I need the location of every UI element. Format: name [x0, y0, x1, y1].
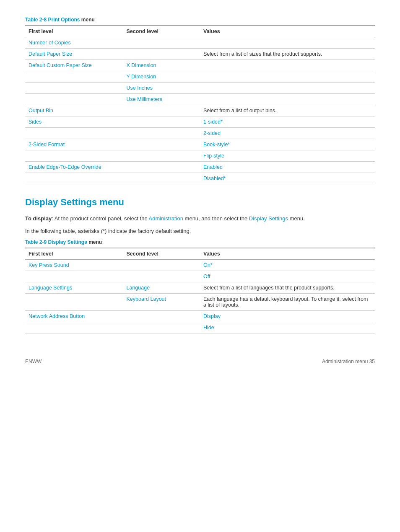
intro-paragraph-1: To display: At the product control panel…: [25, 214, 375, 223]
table-row: Hide: [25, 322, 375, 333]
first-level-cell: Default Custom Paper Size: [25, 60, 123, 71]
display-settings-heading: Display Settings menu: [25, 197, 375, 208]
table-row: Disabled*: [25, 173, 375, 184]
table-row: Flip-style: [25, 150, 375, 162]
second-level-cell: Language: [123, 282, 200, 294]
table-row: Use Millimeters: [25, 94, 375, 105]
intro1-middle: menu, and then select the: [183, 215, 249, 222]
values-cell: Select from a list of languages that the…: [200, 282, 375, 294]
values-cell: [200, 60, 375, 71]
first-level-cell: [25, 173, 123, 184]
second-level-cell: Use Inches: [123, 83, 200, 94]
table1-menu-word: menu: [81, 17, 95, 23]
first-level-cell: Sides: [25, 116, 123, 128]
table-row: Default Paper SizeSelect from a list of …: [25, 49, 375, 60]
values-cell: Off: [200, 271, 375, 282]
values-cell: Flip-style: [200, 150, 375, 162]
second-level-cell: [123, 311, 200, 322]
col-header-values: Values: [200, 26, 375, 37]
footer-left: ENWW: [25, 359, 42, 364]
administration-link[interactable]: Administration: [149, 215, 183, 222]
first-level-cell: Enable Edge-To-Edge Override: [25, 162, 123, 173]
first-level-cell: [25, 322, 123, 333]
first-level-cell: Key Press Sound: [25, 260, 123, 271]
table-row: Off: [25, 271, 375, 282]
intro1-suffix: menu.: [288, 215, 305, 222]
second-level-cell: [123, 139, 200, 150]
values-cell: 1-sided*: [200, 116, 375, 128]
table-row: 2-sided: [25, 128, 375, 139]
second-level-cell: [123, 271, 200, 282]
first-level-cell: Language Settings: [25, 282, 123, 294]
second-level-cell: Y Dimension: [123, 71, 200, 83]
second-level-cell: [123, 162, 200, 173]
second-level-cell: Use Millimeters: [123, 94, 200, 105]
second-level-cell: [123, 150, 200, 162]
values-cell: 2-sided: [200, 128, 375, 139]
values-cell: [200, 71, 375, 83]
values-cell: Select from a list of sizes that the pro…: [200, 49, 375, 60]
second-level-cell: [123, 37, 200, 49]
display-settings-table: First level Second level Values Key Pres…: [25, 248, 375, 333]
print-options-table: First level Second level Values Number o…: [25, 25, 375, 184]
values-cell: Disabled*: [200, 173, 375, 184]
col2-header-second: Second level: [123, 248, 200, 260]
first-level-cell: Output Bin: [25, 105, 123, 116]
table-row: Output BinSelect from a list of output b…: [25, 105, 375, 116]
first-level-cell: Number of Copies: [25, 37, 123, 49]
table-row: Key Press SoundOn*: [25, 260, 375, 271]
col2-header-first: First level: [25, 248, 123, 260]
second-level-cell: X Dimension: [123, 60, 200, 71]
values-cell: Book-style*: [200, 139, 375, 150]
to-display-label: To display: [25, 215, 52, 222]
values-cell: Hide: [200, 322, 375, 333]
table-row: Network Address ButtonDisplay: [25, 311, 375, 322]
table2-menu-word: menu: [88, 239, 102, 245]
second-level-cell: [123, 173, 200, 184]
intro-paragraph-2: In the following table, asterisks (*) in…: [25, 227, 375, 235]
first-level-cell: [25, 128, 123, 139]
second-level-cell: [123, 105, 200, 116]
values-cell: Display: [200, 311, 375, 322]
second-level-cell: [123, 322, 200, 333]
table1-title: Table 2-8 Print Options menu: [25, 17, 375, 23]
values-cell: Select from a list of output bins.: [200, 105, 375, 116]
table-row: Enable Edge-To-Edge OverrideEnabled: [25, 162, 375, 173]
values-cell: [200, 94, 375, 105]
second-level-cell: [123, 116, 200, 128]
table2-title: Table 2-9 Display Settings menu: [25, 239, 375, 245]
first-level-cell: [25, 94, 123, 105]
table-row: 2-Sided FormatBook-style*: [25, 139, 375, 150]
first-level-cell: [25, 294, 123, 311]
footer-right: Administration menu 35: [322, 359, 375, 364]
display-settings-link[interactable]: Display Settings: [249, 215, 288, 222]
intro1-text: : At the product control panel, select t…: [52, 215, 148, 222]
footer: ENWW Administration menu 35: [25, 359, 375, 364]
second-level-cell: [123, 260, 200, 271]
values-cell: On*: [200, 260, 375, 271]
values-cell: Each language has a default keyboard lay…: [200, 294, 375, 311]
first-level-cell: 2-Sided Format: [25, 139, 123, 150]
second-level-cell: [123, 49, 200, 60]
table-row: Number of Copies: [25, 37, 375, 49]
col-header-second: Second level: [123, 26, 200, 37]
table-row: Language SettingsLanguageSelect from a l…: [25, 282, 375, 294]
table-row: Use Inches: [25, 83, 375, 94]
values-cell: Enabled: [200, 162, 375, 173]
values-cell: [200, 83, 375, 94]
first-level-cell: Network Address Button: [25, 311, 123, 322]
second-level-cell: Keyboard Layout: [123, 294, 200, 311]
table-row: Keyboard LayoutEach language has a defau…: [25, 294, 375, 311]
values-cell: [200, 37, 375, 49]
second-level-cell: [123, 128, 200, 139]
col-header-first: First level: [25, 26, 123, 37]
first-level-cell: Default Paper Size: [25, 49, 123, 60]
first-level-cell: [25, 150, 123, 162]
table-row: Default Custom Paper SizeX Dimension: [25, 60, 375, 71]
col2-header-values: Values: [200, 248, 375, 260]
first-level-cell: [25, 271, 123, 282]
first-level-cell: [25, 83, 123, 94]
table-row: Y Dimension: [25, 71, 375, 83]
first-level-cell: [25, 71, 123, 83]
table-row: Sides1-sided*: [25, 116, 375, 128]
